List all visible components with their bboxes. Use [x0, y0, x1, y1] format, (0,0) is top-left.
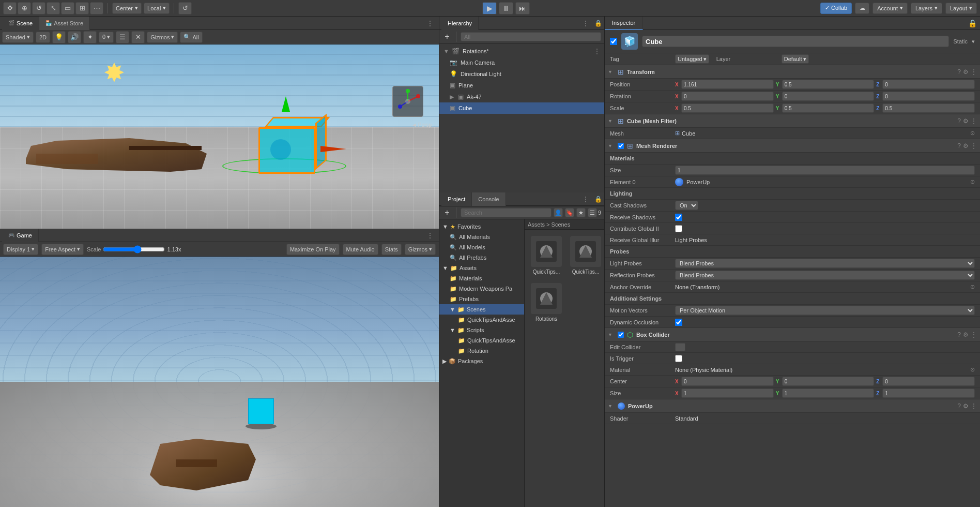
scale-slider[interactable]	[103, 245, 165, 254]
is-trigger-checkbox[interactable]	[675, 355, 682, 362]
game-tab[interactable]: 🎮 Game	[2, 229, 39, 242]
position-y-input[interactable]	[782, 80, 875, 89]
center-z-input[interactable]	[882, 377, 975, 386]
csize-y-input[interactable]	[782, 389, 875, 398]
hierarchy-menu[interactable]: ⋮	[579, 19, 592, 27]
local-dropdown[interactable]: Local ▾	[144, 3, 170, 14]
account-dropdown[interactable]: Account ▾	[872, 3, 908, 14]
collider-material-target-icon[interactable]: ⊙	[970, 366, 975, 373]
box-collider-header[interactable]: ⬡ Box Collider ? ⚙ ⋮	[605, 328, 980, 341]
anchor-target-icon[interactable]: ⊙	[970, 284, 975, 290]
csize-z-input[interactable]	[882, 389, 975, 398]
rotation-y-input[interactable]	[782, 92, 875, 101]
asset-store-tab[interactable]: 🏪 Asset Store	[39, 17, 90, 30]
boxcollider-enabled-checkbox[interactable]	[618, 332, 624, 338]
scene-panel-menu[interactable]: ⋮	[423, 19, 437, 27]
layer-dropdown[interactable]: Default ▾	[782, 54, 809, 64]
motion-vectors-dropdown[interactable]: Per Object Motion	[675, 306, 975, 315]
position-x-input[interactable]	[681, 80, 774, 89]
hierarchy-lock[interactable]: 🔒	[594, 20, 602, 27]
scene-tab[interactable]: 🎬 Scene	[2, 17, 39, 30]
tag-dropdown[interactable]: Untagged ▾	[675, 54, 709, 64]
cloud-button[interactable]: ☁	[855, 3, 869, 14]
boxcollider-settings-icon[interactable]: ⚙	[963, 331, 969, 338]
rotation-folder[interactable]: 📁 Rotation	[439, 346, 524, 356]
effects-button[interactable]: ✦	[83, 31, 97, 43]
csize-x-input[interactable]	[681, 389, 774, 398]
move-tool-button[interactable]: ⊕	[18, 2, 31, 14]
meshrenderer-help-icon[interactable]: ?	[957, 142, 961, 150]
pause-button[interactable]: ⏸	[499, 2, 513, 14]
hierarchy-item-camera[interactable]: 📷 Main Camera	[439, 57, 604, 68]
rotate-tool-button[interactable]: ↺	[32, 2, 45, 14]
lighting-button[interactable]: 💡	[52, 31, 66, 43]
project-add-button[interactable]: +	[442, 208, 452, 217]
hierarchy-tab[interactable]: Hierarchy	[441, 17, 479, 30]
powerup-menu-icon[interactable]: ⋮	[971, 402, 977, 410]
project-file-1[interactable]: QuickTips...	[529, 234, 564, 277]
edit-collider-btn[interactable]	[675, 343, 685, 351]
inspector-lock-icon[interactable]: 🔒	[968, 19, 977, 27]
powerup-header[interactable]: PowerUp ? ⚙ ⋮	[605, 399, 980, 413]
scene-settings-btn[interactable]: ✕	[131, 31, 145, 43]
layout-dropdown[interactable]: Layout ▾	[945, 3, 977, 14]
meshfilter-menu-icon[interactable]: ⋮	[971, 117, 977, 125]
project-search-input[interactable]	[461, 208, 552, 217]
project-filter2[interactable]: 🔖	[565, 208, 574, 217]
transform-tool-button[interactable]: ⊞	[75, 2, 89, 14]
scene-menu-icon[interactable]: ⋮	[594, 48, 600, 55]
hierarchy-item-plane[interactable]: ▣ Plane	[439, 80, 604, 91]
materials-folder[interactable]: 📁 Materials	[439, 273, 524, 284]
quicktips-scenes-folder[interactable]: 📁 QuickTipsAndAsse	[439, 315, 524, 325]
overlay-btn[interactable]: 0 ▾	[99, 32, 114, 43]
audio-button[interactable]: 🔊	[68, 31, 81, 43]
object-enabled-checkbox[interactable]	[610, 38, 617, 45]
shaded-dropdown[interactable]: Shaded ▾	[2, 32, 34, 43]
all-prefabs-item[interactable]: 🔍 All Prefabs	[439, 252, 524, 263]
all-models-item[interactable]: 🔍 All Models	[439, 242, 524, 252]
rect-tool-button[interactable]: ▭	[61, 2, 74, 14]
transform-component-header[interactable]: ⊞ Transform ? ⚙ ⋮	[605, 65, 980, 79]
modern-weapons-folder[interactable]: 📁 Modern Weapons Pa	[439, 284, 524, 294]
project-file-3[interactable]: Rotations	[529, 281, 564, 324]
packages-folder[interactable]: ▶ 📦 Packages	[439, 356, 524, 366]
inspector-tab[interactable]: Inspector	[605, 17, 643, 30]
meshfilter-help-icon[interactable]: ?	[957, 117, 961, 125]
favorites-header[interactable]: ▼ ★ Favorites	[439, 221, 524, 232]
scale-y-input[interactable]	[782, 103, 875, 113]
position-z-input[interactable]	[882, 80, 975, 89]
scene-cube[interactable]	[258, 127, 326, 179]
game-panel-menu[interactable]: ⋮	[423, 231, 437, 240]
reflection-probes-dropdown[interactable]: Blend Probes	[675, 271, 975, 280]
project-filter3[interactable]: ★	[576, 208, 586, 217]
play-button[interactable]: ▶	[482, 2, 497, 14]
light-probes-dropdown[interactable]: Blend Probes	[675, 259, 975, 268]
meshrenderer-menu-icon[interactable]: ⋮	[971, 142, 977, 150]
quicktips-scripts-folder[interactable]: 📁 QuickTipsAndAsse	[439, 335, 524, 346]
rotation-x-input[interactable]	[681, 92, 774, 101]
maximize-on-play-btn[interactable]: Maximize On Play	[286, 244, 340, 255]
hierarchy-search-input[interactable]	[461, 32, 601, 41]
project-menu[interactable]: ⋮	[579, 195, 592, 203]
meshfilter-settings-icon[interactable]: ⚙	[963, 117, 969, 125]
search-all-btn[interactable]: 🔍 All	[180, 32, 202, 43]
meshrenderer-settings-icon[interactable]: ⚙	[963, 142, 969, 150]
scene-filter-btn[interactable]: ☰	[116, 31, 129, 43]
layers-dropdown[interactable]: Layers ▾	[911, 3, 942, 14]
hierarchy-scene-root[interactable]: ▼ 🎬 Rotations* ⋮	[439, 46, 604, 57]
mesh-target-icon[interactable]: ⊙	[970, 130, 975, 137]
scale-z-input[interactable]	[882, 103, 975, 113]
boxcollider-menu-icon[interactable]: ⋮	[971, 331, 977, 338]
receive-shadows-checkbox[interactable]	[675, 214, 682, 221]
transform-settings-icon[interactable]: ⚙	[963, 68, 969, 76]
scale-x-input[interactable]	[681, 103, 774, 113]
transform-menu-icon[interactable]: ⋮	[971, 68, 977, 76]
rotation-z-input[interactable]	[882, 92, 975, 101]
scripts-folder[interactable]: ▼ 📁 Scripts	[439, 325, 524, 335]
hierarchy-item-ak47[interactable]: ▶ ▣ Ak-47	[439, 91, 604, 102]
contribute-gi-checkbox[interactable]	[675, 225, 682, 232]
hand-tool-button[interactable]: ✥	[3, 2, 17, 14]
mute-audio-btn[interactable]: Mute Audio	[343, 244, 378, 255]
transform-help-icon[interactable]: ?	[957, 68, 961, 76]
collab-button[interactable]: ✓ Collab	[820, 3, 852, 14]
